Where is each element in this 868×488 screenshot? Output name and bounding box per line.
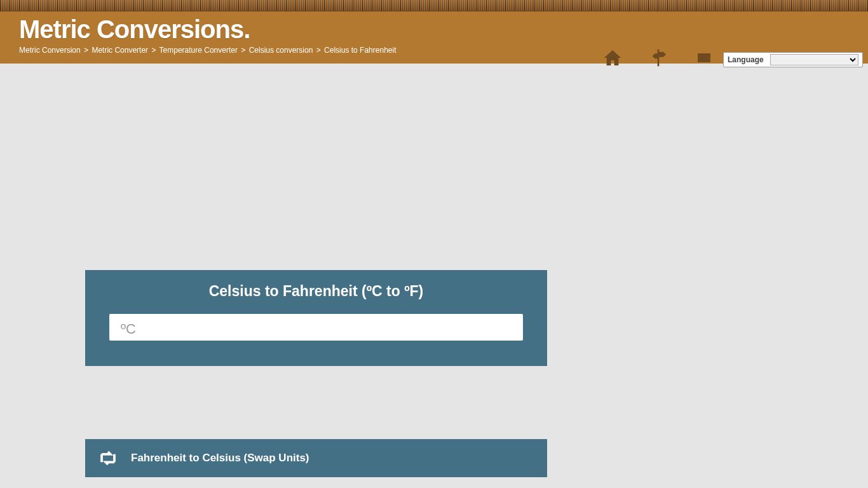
content-gap xyxy=(85,366,868,439)
ruler-decoration xyxy=(0,0,868,11)
celsius-input[interactable] xyxy=(141,314,523,341)
main-content: Celsius to Fahrenheit (ºC to ºF) ºC Fahr… xyxy=(0,270,868,488)
swap-icon xyxy=(98,448,118,468)
converter-title: Celsius to Fahrenheit (ºC to ºF) xyxy=(104,283,528,300)
breadcrumb-link-temperature[interactable]: Temperature Converter xyxy=(159,46,238,55)
language-select[interactable] xyxy=(770,54,858,65)
ad-placeholder xyxy=(0,64,868,270)
site-logo[interactable]: Metric Conversions. xyxy=(19,14,849,42)
breadcrumb-current: Celsius to Fahrenheit xyxy=(324,46,396,55)
breadcrumb-separator: > xyxy=(315,46,322,55)
mail-icon[interactable] xyxy=(693,46,715,69)
breadcrumb-link-home[interactable]: Metric Conversion xyxy=(19,46,81,55)
header-icon-row xyxy=(601,46,715,69)
converter-card: Celsius to Fahrenheit (ºC to ºF) ºC xyxy=(85,270,547,366)
swap-units-label: Fahrenheit to Celsius (Swap Units) xyxy=(131,452,309,464)
unit-prefix-label: ºC xyxy=(109,314,141,341)
breadcrumb-separator: > xyxy=(83,46,90,55)
breadcrumb-separator: > xyxy=(150,46,157,55)
language-label: Language xyxy=(728,55,764,64)
home-icon[interactable] xyxy=(601,46,624,69)
language-selector: Language xyxy=(723,52,863,67)
site-header: Metric Conversions. Metric Conversion > … xyxy=(0,11,868,64)
converter-input-row: ºC xyxy=(109,314,523,341)
signpost-icon[interactable] xyxy=(647,46,670,69)
breadcrumb-link-converter[interactable]: Metric Converter xyxy=(92,46,148,55)
swap-units-button[interactable]: Fahrenheit to Celsius (Swap Units) xyxy=(85,439,547,477)
breadcrumb-link-celsius[interactable]: Celsius conversion xyxy=(249,46,313,55)
breadcrumb-separator: > xyxy=(240,46,247,55)
